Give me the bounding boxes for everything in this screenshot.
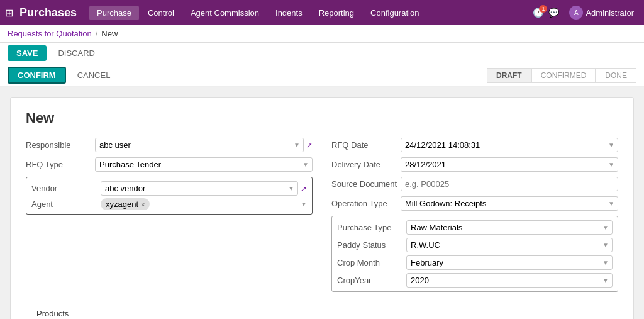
- operation-type-wrapper: Mill Godown: Receipts ▼: [401, 196, 618, 211]
- rfq-type-label: RFQ Type: [26, 160, 95, 169]
- delivery-date-input[interactable]: [401, 157, 618, 172]
- crop-year-row: CropYear 2020 ▼: [337, 273, 613, 288]
- crop-month-label: Crop Month: [337, 258, 406, 267]
- responsible-external-link[interactable]: ➚: [306, 141, 313, 150]
- purchase-type-label: Purchase Type: [337, 223, 406, 232]
- action-bar-1: SAVE DISCARD: [0, 43, 644, 64]
- form-left: Responsible abc user ▼ ➚ RFQ Type Purcha…: [26, 138, 313, 292]
- paddy-status-label: Paddy Status: [337, 240, 406, 250]
- vendor-select[interactable]: abc vendor: [101, 181, 298, 196]
- paddy-status-row: Paddy Status R.W.UC ▼: [337, 238, 613, 252]
- activity-badge: 1: [539, 5, 547, 13]
- responsible-select[interactable]: abc user: [95, 138, 304, 152]
- status-bar: DRAFT CONFIRMED DONE: [487, 68, 636, 83]
- crop-month-select[interactable]: February: [406, 255, 613, 270]
- breadcrumb-current: New: [101, 29, 118, 38]
- form-body: Responsible abc user ▼ ➚ RFQ Type Purcha…: [26, 138, 618, 292]
- rfq-type-select[interactable]: Purchase Tender: [95, 157, 313, 172]
- source-doc-label: Source Document: [331, 179, 401, 189]
- save-button[interactable]: SAVE: [8, 45, 47, 61]
- nav-agent-commission[interactable]: Agent Commission: [183, 6, 267, 20]
- crop-month-wrapper: February ▼: [406, 255, 613, 270]
- responsible-row: Responsible abc user ▼ ➚: [26, 138, 313, 152]
- agent-arrow: ▼: [301, 201, 307, 208]
- avatar: A: [569, 6, 583, 20]
- agent-row: Agent xyzagent × ▼: [31, 198, 307, 210]
- purchase-type-wrapper: Raw Materials ▼: [406, 220, 613, 235]
- admin-label: Administrator: [586, 8, 634, 18]
- action-bar-2: CONFIRM CANCEL DRAFT CONFIRMED DONE: [0, 64, 644, 87]
- crop-month-row: Crop Month February ▼: [337, 255, 613, 270]
- delivery-date-label: Delivery Date: [331, 160, 401, 169]
- purchase-type-select[interactable]: Raw Materials: [406, 220, 613, 235]
- rfq-date-label: RFQ Date: [331, 140, 401, 150]
- vendor-row: Vendor abc vendor ▼ ➚: [31, 181, 307, 196]
- agent-tag-remove[interactable]: ×: [141, 201, 145, 208]
- tab-products[interactable]: Products: [26, 305, 79, 319]
- main-content: New Responsible abc user ▼ ➚ RFQ Type: [0, 87, 644, 319]
- delivery-date-wrapper: ▼: [401, 157, 618, 172]
- nav-items: Purchase Control Agent Commission Indent…: [89, 6, 533, 20]
- cancel-button[interactable]: CANCEL: [71, 67, 117, 83]
- agent-select-wrapper: xyzagent × ▼: [101, 198, 307, 210]
- chat-icon[interactable]: 💬: [548, 8, 559, 18]
- rfq-date-row: RFQ Date ▼: [331, 138, 618, 152]
- agent-tag: xyzagent ×: [101, 198, 150, 210]
- rfq-type-select-wrapper: Purchase Tender ▼: [95, 157, 313, 172]
- status-done[interactable]: DONE: [596, 68, 636, 83]
- app-name: Purchases: [19, 6, 77, 20]
- confirm-button[interactable]: CONFIRM: [8, 67, 66, 84]
- form-card: New Responsible abc user ▼ ➚ RFQ Type: [10, 97, 634, 319]
- nav-indents[interactable]: Indents: [268, 6, 310, 20]
- purchase-type-row: Purchase Type Raw Materials ▼: [337, 220, 613, 235]
- agent-tag-text: xyzagent: [106, 199, 138, 209]
- status-confirmed[interactable]: CONFIRMED: [531, 68, 596, 83]
- crop-year-select[interactable]: 2020: [406, 273, 613, 288]
- rfq-date-wrapper: ▼: [401, 138, 618, 152]
- top-navigation: ⊞ Purchases Purchase Control Agent Commi…: [0, 0, 644, 25]
- breadcrumb-separator: /: [96, 29, 98, 38]
- delivery-date-row: Delivery Date ▼: [331, 157, 618, 172]
- nav-right: 🕐1 💬 A Administrator: [533, 4, 639, 21]
- nav-configuration[interactable]: Configuration: [363, 6, 426, 20]
- paddy-status-wrapper: R.W.UC ▼: [406, 238, 613, 252]
- paddy-status-select[interactable]: R.W.UC: [406, 238, 613, 252]
- rfq-type-row: RFQ Type Purchase Tender ▼: [26, 157, 313, 172]
- rfq-date-input[interactable]: [401, 138, 618, 152]
- operation-type-select[interactable]: Mill Godown: Receipts: [401, 196, 618, 211]
- source-doc-input[interactable]: [401, 177, 618, 191]
- vendor-agent-box: Vendor abc vendor ▼ ➚ Agent: [26, 177, 313, 215]
- purchase-details-box: Purchase Type Raw Materials ▼ Paddy Stat…: [331, 216, 618, 292]
- crop-year-label: CropYear: [337, 276, 406, 285]
- admin-menu[interactable]: A Administrator: [564, 4, 639, 21]
- responsible-select-wrapper: abc user ▼: [95, 138, 304, 152]
- vendor-external-link[interactable]: ➚: [301, 184, 307, 193]
- operation-type-row: Operation Type Mill Godown: Receipts ▼: [331, 196, 618, 211]
- responsible-label: Responsible: [26, 140, 95, 150]
- discard-button[interactable]: DISCARD: [52, 45, 101, 61]
- nav-purchase[interactable]: Purchase: [89, 6, 139, 20]
- form-title: New: [26, 110, 618, 126]
- agent-label: Agent: [31, 199, 101, 209]
- tabs-bar: Products: [26, 305, 618, 319]
- form-right: RFQ Date ▼ Delivery Date ▼ Source Docume…: [331, 138, 618, 292]
- secondary-nav: Requests for Quotation / New: [0, 25, 644, 43]
- vendor-label: Vendor: [31, 184, 101, 193]
- app-grid-icon[interactable]: ⊞: [5, 7, 13, 19]
- status-draft[interactable]: DRAFT: [487, 68, 531, 83]
- nav-control[interactable]: Control: [140, 6, 182, 20]
- operation-type-label: Operation Type: [331, 199, 401, 208]
- crop-year-wrapper: 2020 ▼: [406, 273, 613, 288]
- breadcrumb: Requests for Quotation / New: [8, 29, 118, 38]
- activity-icon[interactable]: 🕐1: [533, 8, 543, 18]
- nav-reporting[interactable]: Reporting: [311, 6, 362, 20]
- breadcrumb-link[interactable]: Requests for Quotation: [8, 29, 92, 38]
- source-doc-row: Source Document: [331, 177, 618, 191]
- vendor-select-wrapper: abc vendor ▼: [101, 181, 298, 196]
